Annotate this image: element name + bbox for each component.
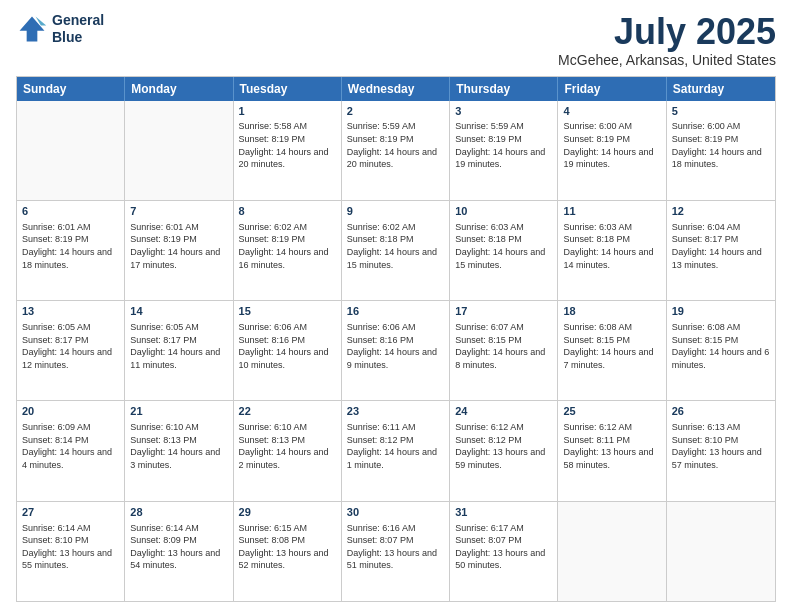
day-number: 25 [563,404,660,419]
day-number: 21 [130,404,227,419]
cell-detail: Sunrise: 6:10 AMSunset: 8:13 PMDaylight:… [130,421,227,471]
cell-detail: Sunrise: 6:12 AMSunset: 8:11 PMDaylight:… [563,421,660,471]
day-number: 15 [239,304,336,319]
cell-detail: Sunrise: 6:07 AMSunset: 8:15 PMDaylight:… [455,321,552,371]
day-number: 7 [130,204,227,219]
day-number: 8 [239,204,336,219]
page: General Blue July 2025 McGehee, Arkansas… [0,0,792,612]
header-day-monday: Monday [125,77,233,101]
cal-cell: 18Sunrise: 6:08 AMSunset: 8:15 PMDayligh… [558,301,666,400]
cal-cell: 30Sunrise: 6:16 AMSunset: 8:07 PMDayligh… [342,502,450,601]
svg-marker-0 [20,16,45,41]
cal-cell: 24Sunrise: 6:12 AMSunset: 8:12 PMDayligh… [450,401,558,500]
cell-detail: Sunrise: 6:06 AMSunset: 8:16 PMDaylight:… [347,321,444,371]
cell-detail: Sunrise: 6:04 AMSunset: 8:17 PMDaylight:… [672,221,770,271]
cal-cell: 21Sunrise: 6:10 AMSunset: 8:13 PMDayligh… [125,401,233,500]
cal-cell: 8Sunrise: 6:02 AMSunset: 8:19 PMDaylight… [234,201,342,300]
day-number: 13 [22,304,119,319]
cell-detail: Sunrise: 6:13 AMSunset: 8:10 PMDaylight:… [672,421,770,471]
location-title: McGehee, Arkansas, United States [558,52,776,68]
calendar-body: 1Sunrise: 5:58 AMSunset: 8:19 PMDaylight… [17,101,775,601]
cell-detail: Sunrise: 6:14 AMSunset: 8:10 PMDaylight:… [22,522,119,572]
header-day-sunday: Sunday [17,77,125,101]
calendar: SundayMondayTuesdayWednesdayThursdayFrid… [16,76,776,602]
logo: General Blue [16,12,104,46]
title-block: July 2025 McGehee, Arkansas, United Stat… [558,12,776,68]
cal-cell: 20Sunrise: 6:09 AMSunset: 8:14 PMDayligh… [17,401,125,500]
day-number: 28 [130,505,227,520]
cell-detail: Sunrise: 6:01 AMSunset: 8:19 PMDaylight:… [130,221,227,271]
cal-cell: 17Sunrise: 6:07 AMSunset: 8:15 PMDayligh… [450,301,558,400]
cal-week-2: 13Sunrise: 6:05 AMSunset: 8:17 PMDayligh… [17,300,775,400]
logo-text: General Blue [52,12,104,46]
day-number: 31 [455,505,552,520]
cell-detail: Sunrise: 5:58 AMSunset: 8:19 PMDaylight:… [239,120,336,170]
cal-cell: 3Sunrise: 5:59 AMSunset: 8:19 PMDaylight… [450,101,558,200]
cal-cell [558,502,666,601]
header-day-thursday: Thursday [450,77,558,101]
cal-cell: 12Sunrise: 6:04 AMSunset: 8:17 PMDayligh… [667,201,775,300]
cal-cell [125,101,233,200]
day-number: 20 [22,404,119,419]
cell-detail: Sunrise: 6:12 AMSunset: 8:12 PMDaylight:… [455,421,552,471]
cell-detail: Sunrise: 6:14 AMSunset: 8:09 PMDaylight:… [130,522,227,572]
cell-detail: Sunrise: 6:05 AMSunset: 8:17 PMDaylight:… [22,321,119,371]
day-number: 23 [347,404,444,419]
logo-line2: Blue [52,29,104,46]
cal-cell: 19Sunrise: 6:08 AMSunset: 8:15 PMDayligh… [667,301,775,400]
day-number: 19 [672,304,770,319]
cal-week-0: 1Sunrise: 5:58 AMSunset: 8:19 PMDaylight… [17,101,775,200]
cell-detail: Sunrise: 6:09 AMSunset: 8:14 PMDaylight:… [22,421,119,471]
month-title: July 2025 [558,12,776,52]
cell-detail: Sunrise: 6:15 AMSunset: 8:08 PMDaylight:… [239,522,336,572]
day-number: 22 [239,404,336,419]
cal-cell: 29Sunrise: 6:15 AMSunset: 8:08 PMDayligh… [234,502,342,601]
day-number: 14 [130,304,227,319]
cal-week-3: 20Sunrise: 6:09 AMSunset: 8:14 PMDayligh… [17,400,775,500]
logo-icon [16,13,48,45]
header-day-friday: Friday [558,77,666,101]
cal-week-1: 6Sunrise: 6:01 AMSunset: 8:19 PMDaylight… [17,200,775,300]
cell-detail: Sunrise: 6:02 AMSunset: 8:18 PMDaylight:… [347,221,444,271]
cal-cell [667,502,775,601]
day-number: 2 [347,104,444,119]
cal-cell: 13Sunrise: 6:05 AMSunset: 8:17 PMDayligh… [17,301,125,400]
cal-cell: 27Sunrise: 6:14 AMSunset: 8:10 PMDayligh… [17,502,125,601]
header-day-saturday: Saturday [667,77,775,101]
day-number: 17 [455,304,552,319]
cal-cell: 15Sunrise: 6:06 AMSunset: 8:16 PMDayligh… [234,301,342,400]
day-number: 1 [239,104,336,119]
day-number: 5 [672,104,770,119]
cal-cell: 31Sunrise: 6:17 AMSunset: 8:07 PMDayligh… [450,502,558,601]
cal-cell: 28Sunrise: 6:14 AMSunset: 8:09 PMDayligh… [125,502,233,601]
cell-detail: Sunrise: 6:10 AMSunset: 8:13 PMDaylight:… [239,421,336,471]
cal-cell: 10Sunrise: 6:03 AMSunset: 8:18 PMDayligh… [450,201,558,300]
day-number: 26 [672,404,770,419]
day-number: 30 [347,505,444,520]
day-number: 6 [22,204,119,219]
header: General Blue July 2025 McGehee, Arkansas… [16,12,776,68]
cell-detail: Sunrise: 6:16 AMSunset: 8:07 PMDaylight:… [347,522,444,572]
day-number: 24 [455,404,552,419]
day-number: 27 [22,505,119,520]
day-number: 16 [347,304,444,319]
cell-detail: Sunrise: 5:59 AMSunset: 8:19 PMDaylight:… [347,120,444,170]
day-number: 29 [239,505,336,520]
cal-week-4: 27Sunrise: 6:14 AMSunset: 8:10 PMDayligh… [17,501,775,601]
cell-detail: Sunrise: 6:01 AMSunset: 8:19 PMDaylight:… [22,221,119,271]
cell-detail: Sunrise: 6:08 AMSunset: 8:15 PMDaylight:… [563,321,660,371]
logo-line1: General [52,12,104,29]
day-number: 18 [563,304,660,319]
cal-cell: 26Sunrise: 6:13 AMSunset: 8:10 PMDayligh… [667,401,775,500]
cal-cell: 11Sunrise: 6:03 AMSunset: 8:18 PMDayligh… [558,201,666,300]
cell-detail: Sunrise: 6:03 AMSunset: 8:18 PMDaylight:… [563,221,660,271]
cell-detail: Sunrise: 6:00 AMSunset: 8:19 PMDaylight:… [563,120,660,170]
cal-cell: 7Sunrise: 6:01 AMSunset: 8:19 PMDaylight… [125,201,233,300]
day-number: 4 [563,104,660,119]
cal-cell: 9Sunrise: 6:02 AMSunset: 8:18 PMDaylight… [342,201,450,300]
day-number: 9 [347,204,444,219]
header-day-tuesday: Tuesday [234,77,342,101]
cal-cell: 22Sunrise: 6:10 AMSunset: 8:13 PMDayligh… [234,401,342,500]
cal-cell: 4Sunrise: 6:00 AMSunset: 8:19 PMDaylight… [558,101,666,200]
cal-cell: 5Sunrise: 6:00 AMSunset: 8:19 PMDaylight… [667,101,775,200]
